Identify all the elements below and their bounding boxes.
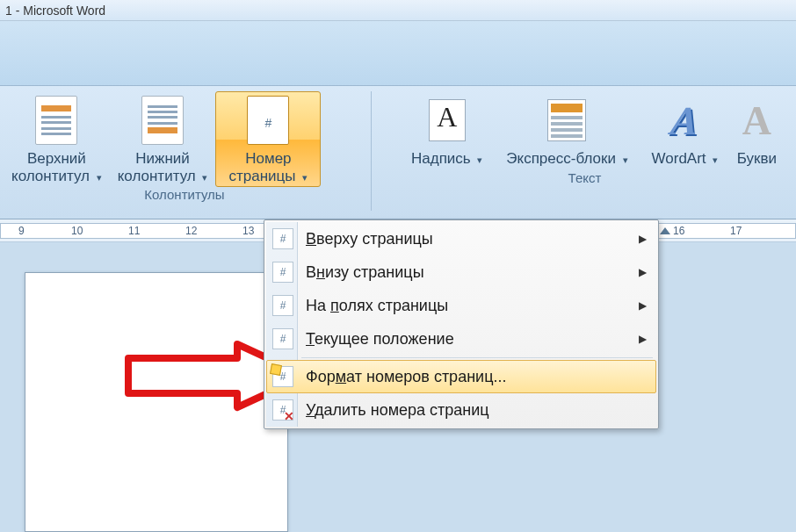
header-label-1: Верхний bbox=[27, 150, 86, 167]
group-separator bbox=[371, 91, 372, 211]
pagenum-label-2: страницы bbox=[229, 168, 296, 184]
dropcap-button[interactable]: A Букви bbox=[726, 91, 787, 170]
pagenum-label-1: Номер bbox=[245, 150, 291, 167]
group-text-label: Текст bbox=[400, 170, 796, 189]
group-header-footer-label: Колонтитулы bbox=[0, 187, 369, 205]
page-bottom-icon: # bbox=[272, 262, 293, 283]
page-top-icon: # bbox=[272, 228, 293, 249]
footer-label-2: колонтитул bbox=[118, 168, 196, 184]
ruler-num: 13 bbox=[242, 225, 254, 237]
submenu-arrow-icon: ▶ bbox=[639, 266, 647, 278]
menu-item-label: Удалить номера страниц bbox=[306, 401, 489, 420]
header-button[interactable]: Верхний колонтитул bbox=[4, 91, 110, 187]
menu-item-remove-page-numbers[interactable]: # Удалить номера страниц bbox=[266, 393, 656, 427]
ruler-num: 10 bbox=[71, 225, 83, 237]
page-number-menu: # Вверху страницы ▶ # Внизу страницы ▶ #… bbox=[264, 219, 659, 429]
submenu-arrow-icon: ▶ bbox=[639, 299, 647, 312]
submenu-arrow-icon: ▶ bbox=[639, 333, 647, 345]
quickparts-button[interactable]: Экспресс-блоки bbox=[490, 91, 643, 170]
menu-item-format-page-numbers[interactable]: # Формат номеров страниц... bbox=[266, 360, 656, 393]
menu-item-label: Внизу страницы bbox=[306, 263, 424, 282]
wordart-icon: A bbox=[664, 96, 705, 145]
page-number-button[interactable]: # Номер страницы bbox=[215, 91, 321, 187]
quickparts-label: Экспресс-блоки bbox=[506, 150, 616, 167]
remove-numbers-icon: # bbox=[272, 399, 293, 421]
menu-item-label: Формат номеров страниц... bbox=[306, 368, 506, 386]
footer-icon bbox=[141, 96, 184, 145]
header-icon bbox=[35, 96, 77, 145]
menu-item-label: На полях страницы bbox=[306, 297, 448, 315]
ruler-num: 16 bbox=[673, 225, 684, 237]
quickparts-icon bbox=[546, 96, 587, 145]
ribbon: Верхний колонтитул Нижний колонтитул # bbox=[0, 86, 796, 219]
ribbon-tabs-area bbox=[0, 21, 796, 86]
textbox-button[interactable]: A Надпись bbox=[403, 91, 490, 170]
ruler-num: 12 bbox=[185, 225, 197, 237]
menu-item-label: Вверху страницы bbox=[306, 230, 433, 248]
menu-item-current-position[interactable]: # Текущее положение ▶ bbox=[266, 322, 656, 356]
textbox-icon: A bbox=[427, 96, 467, 145]
wordart-button[interactable]: A WordArt bbox=[643, 91, 726, 170]
titlebar: 1 - Microsoft Word bbox=[0, 0, 796, 21]
footer-button[interactable]: Нижний колонтитул bbox=[110, 91, 216, 187]
group-text: A Надпись Экспресс-блоки A Word bbox=[400, 86, 796, 219]
menu-item-top-of-page[interactable]: # Вверху страницы ▶ bbox=[266, 222, 656, 255]
ruler-num: 11 bbox=[128, 225, 140, 237]
ruler-num: 17 bbox=[730, 225, 742, 237]
page-number-icon: # bbox=[247, 96, 289, 145]
menu-separator bbox=[301, 357, 653, 358]
page-margins-icon: # bbox=[272, 295, 293, 316]
textbox-label: Надпись bbox=[411, 150, 471, 167]
ruler-num: 9 bbox=[18, 225, 25, 237]
wordart-label: WordArt bbox=[652, 150, 706, 167]
format-numbers-icon: # bbox=[272, 366, 293, 387]
submenu-arrow-icon: ▶ bbox=[639, 233, 647, 245]
menu-item-label: Текущее положение bbox=[306, 330, 454, 349]
window-title: 1 - Microsoft Word bbox=[5, 4, 105, 18]
footer-label-1: Нижний bbox=[135, 150, 190, 167]
dropcap-label: Букви bbox=[737, 150, 777, 167]
header-label-2: колонтитул bbox=[11, 168, 90, 184]
indent-marker[interactable] bbox=[660, 227, 670, 234]
dropcap-icon: A bbox=[736, 96, 777, 145]
current-position-icon: # bbox=[272, 328, 293, 349]
group-header-footer: Верхний колонтитул Нижний колонтитул # bbox=[0, 86, 369, 219]
menu-item-page-margins[interactable]: # На полях страницы ▶ bbox=[266, 289, 656, 322]
menu-item-bottom-of-page[interactable]: # Внизу страницы ▶ bbox=[266, 255, 656, 289]
